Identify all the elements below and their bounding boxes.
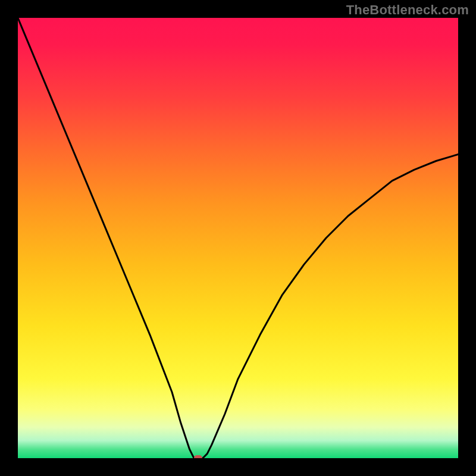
chart-frame: TheBottleneck.com (0, 0, 476, 476)
bottleneck-curve (18, 18, 458, 458)
watermark-text: TheBottleneck.com (346, 2, 469, 18)
plot-area (18, 18, 458, 458)
optimal-marker-icon (194, 455, 202, 458)
